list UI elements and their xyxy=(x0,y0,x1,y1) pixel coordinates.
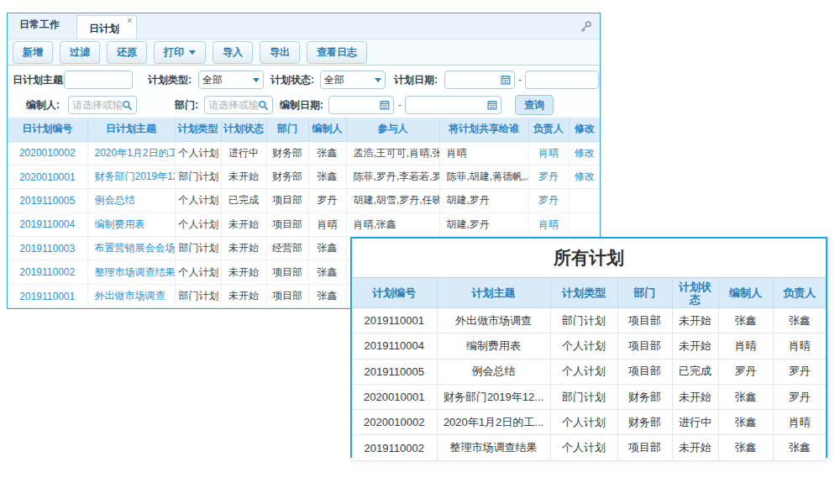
table-row[interactable]: 2019110001外出做市场调查部门计划项目部未开始张鑫张鑫 xyxy=(352,308,826,333)
owner[interactable]: 罗丹 xyxy=(528,189,569,213)
plan-type: 个人计划 xyxy=(175,141,221,165)
table-row[interactable]: 2019110004编制费用表个人计划项目部未开始肖晴肖晴 xyxy=(352,333,826,359)
tab-daily-plan[interactable]: 日计划 × xyxy=(76,15,137,39)
add-button[interactable]: 新增 xyxy=(13,41,53,64)
plan-subject: 整理市场调查结果 xyxy=(437,435,550,460)
column-header-creator[interactable]: 编制人 xyxy=(308,118,346,141)
search-button[interactable]: 查询 xyxy=(515,95,554,115)
department: 项目部 xyxy=(266,189,308,213)
key-icon[interactable] xyxy=(580,20,593,34)
restore-button[interactable]: 还原 xyxy=(107,41,147,64)
plan-subject[interactable]: 例会总结 xyxy=(87,189,175,213)
plan-subject[interactable]: 2020年1月2日的工作日... xyxy=(87,141,175,165)
column-header-participants[interactable]: 参与人 xyxy=(346,118,439,141)
table-row[interactable]: 20200100022020年1月2日的工...个人计划财务部进行中张鑫肖晴 xyxy=(352,410,826,435)
plan-status: 已完成 xyxy=(672,359,718,384)
column-header-plan-status[interactable]: 计划状态 xyxy=(672,278,718,308)
creator-input[interactable]: 请选择或输入 xyxy=(68,96,137,114)
filter-button[interactable]: 过滤 xyxy=(60,41,100,64)
plan-type-label: 计划类型: xyxy=(148,71,192,89)
column-header-department[interactable]: 部门 xyxy=(266,118,308,141)
owner[interactable]: 肖晴 xyxy=(528,213,569,236)
department-input[interactable]: 请选择或输入 xyxy=(204,96,273,114)
plan-id[interactable]: 2019110002 xyxy=(8,260,87,284)
create-date-from-input[interactable] xyxy=(328,96,394,114)
export-button[interactable]: 导出 xyxy=(260,41,300,64)
plan-id[interactable]: 2020010002 xyxy=(8,141,87,165)
calendar-icon[interactable] xyxy=(501,75,511,85)
filter-panel: 日计划主题: 计划类型: 全部 计划状态: 全部 计划日期: xyxy=(8,66,600,118)
table-row[interactable]: 2020010001财务部门2019年12月的...部门计划未开始财务部张鑫陈菲… xyxy=(8,165,600,188)
plan-id: 2019110001 xyxy=(352,308,437,333)
plan-subject[interactable]: 整理市场调查结果 xyxy=(87,260,175,284)
creator: 肖晴 xyxy=(718,333,773,359)
owner: 张鑫 xyxy=(773,308,826,333)
creator: 罗丹 xyxy=(308,189,346,213)
plan-subject-input[interactable] xyxy=(64,71,133,89)
plan-type-select[interactable]: 全部 xyxy=(198,71,264,89)
department: 财务部 xyxy=(617,384,672,409)
table-row[interactable]: 2019110005例会总结个人计划已完成项目部罗丹胡建,胡雪,罗丹,任晓...… xyxy=(8,189,600,213)
column-header-shared-with[interactable]: 将计划共享给谁 xyxy=(439,118,528,141)
column-header-plan-subject[interactable]: 计划主题 xyxy=(437,278,550,308)
column-header-modify-link[interactable]: 修改 xyxy=(569,118,600,141)
plan-id[interactable]: 2019110004 xyxy=(8,213,87,236)
plan-date-to-input[interactable] xyxy=(525,71,599,89)
owner: 罗丹 xyxy=(773,359,826,384)
column-header-creator[interactable]: 编制人 xyxy=(718,278,773,308)
column-header-owner[interactable]: 负责人 xyxy=(773,278,826,308)
column-header-plan-type[interactable]: 计划类型 xyxy=(550,278,617,308)
column-header-owner[interactable]: 负责人 xyxy=(528,118,569,141)
column-header-plan-status[interactable]: 计划状态 xyxy=(221,118,266,141)
table-row[interactable]: 2020010001财务部门2019年12...部门计划财务部未开始张鑫罗丹 xyxy=(352,384,826,409)
participants: 孟浩,王可可,肖晴,张鑫 xyxy=(346,141,439,165)
plan-type: 个人计划 xyxy=(550,333,617,359)
plan-id[interactable]: 2019110003 xyxy=(8,237,87,260)
date-range-separator: - xyxy=(398,96,402,114)
owner[interactable]: 肖晴 xyxy=(528,141,569,165)
calendar-icon[interactable] xyxy=(487,100,497,110)
department-label: 部门: xyxy=(175,96,198,114)
import-button[interactable]: 导入 xyxy=(213,41,253,64)
table-row[interactable]: 20200100022020年1月2日的工作日...个人计划进行中财务部张鑫孟浩… xyxy=(8,141,600,165)
column-header-plan-type[interactable]: 计划类型 xyxy=(175,118,221,141)
owner: 罗丹 xyxy=(773,384,826,409)
table-row[interactable]: 2019110002整理市场调查结果个人计划项目部未开始张鑫张鑫 xyxy=(352,435,826,460)
plan-id[interactable]: 2019110005 xyxy=(8,189,87,213)
tab-daily-work[interactable]: 日常工作 xyxy=(8,11,71,39)
department: 项目部 xyxy=(266,213,308,236)
plan-subject[interactable]: 财务部门2019年12月的... xyxy=(87,165,175,188)
owner[interactable]: 罗丹 xyxy=(528,165,569,188)
plan-status-select[interactable]: 全部 xyxy=(320,71,386,89)
search-icon[interactable] xyxy=(122,100,133,111)
plan-subject[interactable]: 外出做市场调查 xyxy=(87,284,175,307)
plan-id[interactable]: 2020010001 xyxy=(8,165,87,188)
plan-id: 2019110004 xyxy=(352,333,437,359)
table-row[interactable]: 2019110004编制费用表个人计划未开始项目部肖晴肖晴,张鑫胡建,罗丹肖晴 xyxy=(8,213,600,236)
plan-status: 未开始 xyxy=(221,284,266,307)
shared-with: 胡建,罗丹 xyxy=(439,189,528,213)
create-date-to-input[interactable] xyxy=(405,96,501,114)
plan-subject[interactable]: 布置营销展会会场 xyxy=(87,237,175,260)
modify-link[interactable]: 修改 xyxy=(569,165,600,188)
column-header-plan-subject[interactable]: 日计划主题 xyxy=(87,118,175,141)
table-row[interactable]: 2019110005例会总结个人计划项目部已完成罗丹罗丹 xyxy=(352,359,826,384)
plan-id[interactable]: 2019110001 xyxy=(8,284,87,307)
column-header-department[interactable]: 部门 xyxy=(617,278,672,308)
plan-subject[interactable]: 编制费用表 xyxy=(87,213,175,236)
creator: 张鑫 xyxy=(308,141,346,165)
plan-type: 部门计划 xyxy=(175,165,221,188)
plan-date-label: 计划日期: xyxy=(394,71,438,89)
page-title: 所有计划 xyxy=(352,239,826,277)
column-header-plan-id[interactable]: 计划编号 xyxy=(352,278,437,308)
modify-link xyxy=(569,213,600,236)
view-log-button[interactable]: 查看日志 xyxy=(307,41,367,64)
calendar-icon[interactable] xyxy=(380,100,390,110)
plan-date-from-input[interactable] xyxy=(444,71,515,89)
modify-link[interactable]: 修改 xyxy=(569,141,600,165)
column-header-plan-id[interactable]: 日计划编号 xyxy=(8,118,87,141)
close-icon[interactable]: × xyxy=(127,17,132,25)
chevron-down-icon xyxy=(189,50,196,55)
print-button[interactable]: 打印 xyxy=(154,41,206,64)
search-icon[interactable] xyxy=(258,100,269,111)
